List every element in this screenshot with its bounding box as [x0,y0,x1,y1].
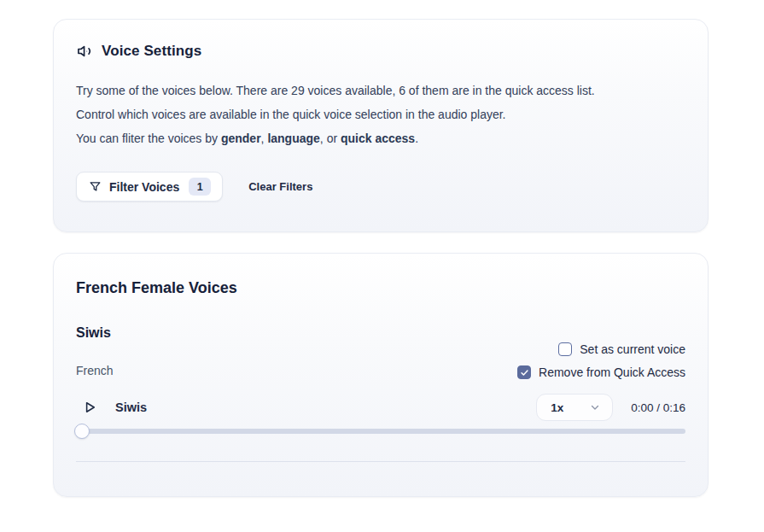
filter-voices-label: Filter Voices [109,180,179,194]
voice-language: French [76,364,114,377]
player-track-name: Siwis [115,400,147,414]
progress-slider[interactable] [76,424,685,439]
voice-group-card: French Female Voices Siwis French Set as… [53,253,709,497]
quick-access-label: Remove from Quick Access [539,365,685,379]
filter-voices-button[interactable]: Filter Voices 1 [76,172,223,202]
check-icon [520,368,529,377]
filter-funnel-icon [89,180,102,193]
playback-speed-value: 1x [551,401,563,414]
playback-time: 0:00 / 0:16 [631,401,685,414]
voice-options: Set as current voice Remove from Quick A… [517,342,685,379]
playback-speed-select[interactable]: 1x [536,394,613,421]
divider [76,461,685,462]
voice-settings-page: Voice Settings Try some of the voices be… [0,0,764,497]
voice-group-title: French Female Voices [76,254,685,297]
progress-slider-thumb[interactable] [74,424,90,439]
voice-settings-card: Voice Settings Try some of the voices be… [53,19,709,232]
volume-icon [76,43,93,60]
voice-settings-title: Voice Settings [102,43,201,60]
filter-count-badge: 1 [189,178,211,196]
set-current-voice-label: Set as current voice [580,342,685,356]
intro-line-3: You can fliter the voices by gender, lan… [76,126,685,150]
intro-text: Try some of the voices below. There are … [76,79,685,150]
voice-row: Siwis French Set as current voice Remove… [76,325,685,379]
play-button[interactable] [81,399,98,416]
voice-settings-header: Voice Settings [76,20,685,60]
quick-access-checkbox[interactable] [517,365,531,379]
filter-toolbar: Filter Voices 1 Clear Filters [76,172,685,202]
quick-access-option[interactable]: Remove from Quick Access [517,365,685,379]
voice-name: Siwis [76,325,114,341]
chevron-down-icon [589,401,601,413]
intro-line-2: Control which voices are available in th… [76,102,685,126]
set-current-voice-checkbox[interactable] [558,342,572,356]
voice-meta: Siwis French [76,325,114,379]
set-current-voice-option[interactable]: Set as current voice [558,342,685,356]
intro-line-1: Try some of the voices below. There are … [76,79,685,102]
progress-slider-track[interactable] [76,429,685,434]
clear-filters-button[interactable]: Clear Filters [248,180,312,193]
play-icon [82,400,97,415]
audio-player-row: Siwis 1x 0:00 / 0:16 [76,394,685,421]
